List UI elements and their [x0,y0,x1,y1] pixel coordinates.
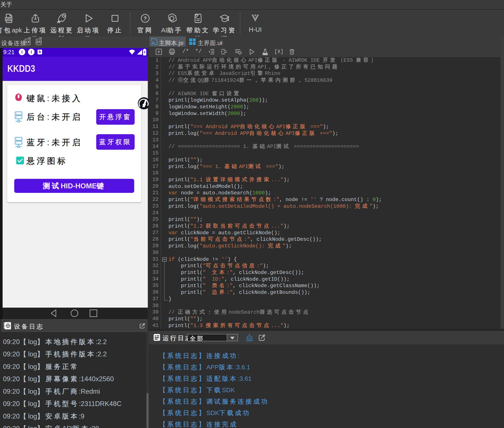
svg-text:APK: APK [6,18,11,21]
svg-text:?: ? [144,16,147,21]
svg-text:Js: Js [151,41,155,45]
